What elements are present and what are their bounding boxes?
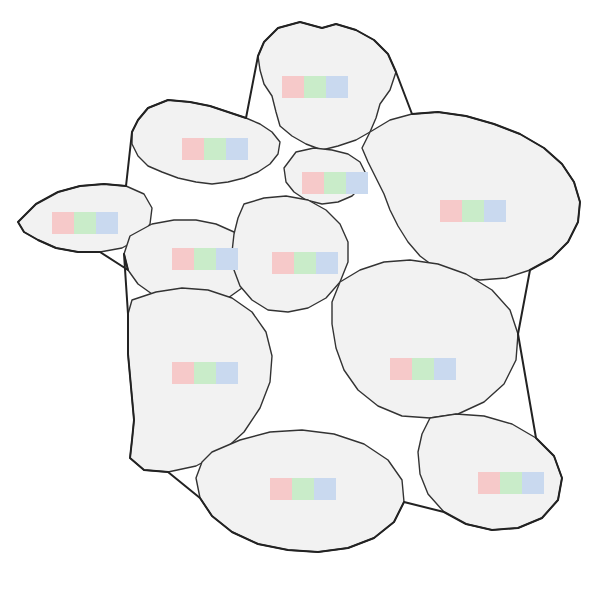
badge-bourgogne-franche-comte	[390, 358, 456, 380]
badge-segment-blue	[96, 212, 118, 234]
badge-segment-red	[172, 362, 194, 384]
badge-segment-red	[182, 138, 204, 160]
region-grand-est	[362, 112, 580, 280]
badge-pays-de-la-loire	[172, 248, 238, 270]
badge-segment-red	[52, 212, 74, 234]
badge-segment-red	[282, 76, 304, 98]
badge-segment-blue	[216, 362, 238, 384]
badge-bretagne	[52, 212, 118, 234]
badge-segment-green	[412, 358, 434, 380]
badge-nouvelle-aquitaine	[172, 362, 238, 384]
badge-segment-green	[194, 248, 216, 270]
badge-segment-blue	[346, 172, 368, 194]
badge-segment-blue	[326, 76, 348, 98]
badge-segment-blue	[484, 200, 506, 222]
badge-segment-red	[390, 358, 412, 380]
badge-ile-de-france	[302, 172, 368, 194]
badge-segment-green	[500, 472, 522, 494]
badge-occitanie	[270, 478, 336, 500]
badge-segment-green	[324, 172, 346, 194]
badge-segment-green	[194, 362, 216, 384]
badge-hauts-de-france	[282, 76, 348, 98]
region-bourgogne-franche-comte	[332, 260, 518, 418]
badge-segment-red	[440, 200, 462, 222]
badge-normandie	[182, 138, 248, 160]
badge-segment-green	[462, 200, 484, 222]
badge-segment-blue	[522, 472, 544, 494]
badge-grand-est	[440, 200, 506, 222]
badge-segment-green	[74, 212, 96, 234]
badge-segment-blue	[314, 478, 336, 500]
badge-segment-green	[294, 252, 316, 274]
badge-segment-blue	[226, 138, 248, 160]
badge-segment-green	[204, 138, 226, 160]
badge-segment-green	[304, 76, 326, 98]
badge-segment-blue	[216, 248, 238, 270]
badge-segment-blue	[316, 252, 338, 274]
badge-segment-green	[292, 478, 314, 500]
badge-provence-alpes-cote-azur	[478, 472, 544, 494]
badge-segment-red	[270, 478, 292, 500]
badge-segment-red	[272, 252, 294, 274]
badge-segment-red	[302, 172, 324, 194]
france-map	[0, 0, 600, 600]
badge-segment-blue	[434, 358, 456, 380]
badge-segment-red	[478, 472, 500, 494]
badge-segment-red	[172, 248, 194, 270]
badge-centre-val-de-loire	[272, 252, 338, 274]
